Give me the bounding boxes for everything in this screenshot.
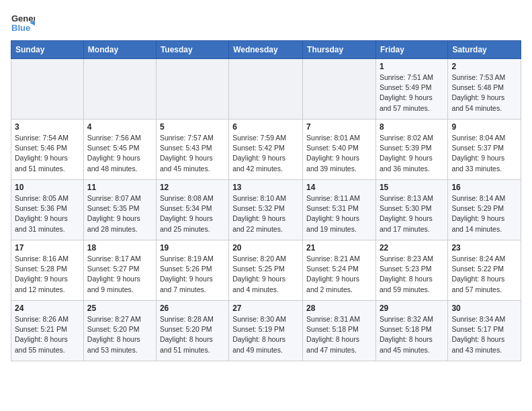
day-number: 24 — [15, 304, 80, 313]
day-cell: 17Sunrise: 8:16 AM Sunset: 5:28 PM Dayli… — [11, 240, 84, 301]
day-number: 13 — [232, 183, 299, 192]
day-cell: 9Sunrise: 8:04 AM Sunset: 5:37 PM Daylig… — [448, 120, 521, 180]
weekday-monday: Monday — [83, 41, 156, 59]
day-cell: 5Sunrise: 7:57 AM Sunset: 5:43 PM Daylig… — [156, 120, 228, 180]
day-cell: 7Sunrise: 8:01 AM Sunset: 5:40 PM Daylig… — [303, 120, 376, 180]
day-number: 17 — [15, 243, 80, 253]
day-info: Sunrise: 7:54 AM Sunset: 5:46 PM Dayligh… — [15, 133, 80, 174]
day-cell: 3Sunrise: 7:54 AM Sunset: 5:46 PM Daylig… — [11, 120, 84, 180]
day-cell: 6Sunrise: 7:59 AM Sunset: 5:42 PM Daylig… — [229, 120, 303, 180]
day-number: 5 — [160, 122, 225, 132]
calendar-table: SundayMondayTuesdayWednesdayThursdayFrid… — [11, 40, 521, 361]
day-info: Sunrise: 8:24 AM Sunset: 5:22 PM Dayligh… — [451, 254, 517, 295]
day-cell — [303, 59, 376, 120]
day-info: Sunrise: 7:51 AM Sunset: 5:49 PM Dayligh… — [380, 73, 444, 113]
day-cell: 30Sunrise: 8:34 AM Sunset: 5:17 PM Dayli… — [448, 301, 521, 361]
day-cell: 26Sunrise: 8:28 AM Sunset: 5:20 PM Dayli… — [156, 301, 228, 361]
day-cell: 10Sunrise: 8:05 AM Sunset: 5:36 PM Dayli… — [11, 180, 84, 240]
day-number: 28 — [306, 304, 372, 313]
day-number: 27 — [232, 304, 299, 313]
week-row-2: 10Sunrise: 8:05 AM Sunset: 5:36 PM Dayli… — [11, 180, 521, 240]
logo: General Blue — [11, 11, 35, 35]
day-cell: 18Sunrise: 8:17 AM Sunset: 5:27 PM Dayli… — [83, 240, 156, 301]
day-info: Sunrise: 8:23 AM Sunset: 5:23 PM Dayligh… — [380, 254, 444, 295]
day-number: 12 — [160, 183, 225, 192]
day-cell — [156, 59, 228, 120]
day-info: Sunrise: 8:19 AM Sunset: 5:26 PM Dayligh… — [160, 254, 225, 295]
day-cell: 27Sunrise: 8:30 AM Sunset: 5:19 PM Dayli… — [229, 301, 303, 361]
week-row-3: 17Sunrise: 8:16 AM Sunset: 5:28 PM Dayli… — [11, 240, 521, 301]
day-number: 3 — [15, 122, 80, 132]
weekday-saturday: Saturday — [448, 41, 521, 59]
day-number: 29 — [380, 304, 444, 313]
day-info: Sunrise: 8:17 AM Sunset: 5:27 PM Dayligh… — [87, 254, 152, 295]
day-number: 20 — [232, 243, 299, 253]
day-number: 11 — [87, 183, 152, 192]
day-cell: 29Sunrise: 8:32 AM Sunset: 5:18 PM Dayli… — [375, 301, 447, 361]
day-cell: 28Sunrise: 8:31 AM Sunset: 5:18 PM Dayli… — [303, 301, 376, 361]
day-number: 25 — [87, 304, 152, 313]
day-cell: 11Sunrise: 8:07 AM Sunset: 5:35 PM Dayli… — [83, 180, 156, 240]
day-cell: 19Sunrise: 8:19 AM Sunset: 5:26 PM Dayli… — [156, 240, 228, 301]
day-number: 10 — [15, 183, 80, 192]
day-cell: 1Sunrise: 7:51 AM Sunset: 5:49 PM Daylig… — [375, 59, 447, 120]
logo-svg: General Blue — [11, 11, 35, 35]
day-cell: 15Sunrise: 8:13 AM Sunset: 5:30 PM Dayli… — [375, 180, 447, 240]
day-number: 4 — [87, 122, 152, 132]
weekday-tuesday: Tuesday — [156, 41, 228, 59]
day-cell: 13Sunrise: 8:10 AM Sunset: 5:32 PM Dayli… — [229, 180, 303, 240]
day-info: Sunrise: 8:20 AM Sunset: 5:25 PM Dayligh… — [232, 254, 299, 295]
day-cell: 12Sunrise: 8:08 AM Sunset: 5:34 PM Dayli… — [156, 180, 228, 240]
weekday-wednesday: Wednesday — [229, 41, 303, 59]
day-info: Sunrise: 8:21 AM Sunset: 5:24 PM Dayligh… — [306, 254, 372, 295]
day-info: Sunrise: 8:08 AM Sunset: 5:34 PM Dayligh… — [160, 193, 225, 234]
day-cell: 24Sunrise: 8:26 AM Sunset: 5:21 PM Dayli… — [11, 301, 84, 361]
day-info: Sunrise: 8:14 AM Sunset: 5:29 PM Dayligh… — [451, 193, 517, 234]
day-cell: 16Sunrise: 8:14 AM Sunset: 5:29 PM Dayli… — [448, 180, 521, 240]
day-info: Sunrise: 8:28 AM Sunset: 5:20 PM Dayligh… — [160, 314, 225, 355]
day-info: Sunrise: 8:11 AM Sunset: 5:31 PM Dayligh… — [306, 193, 372, 234]
week-row-4: 24Sunrise: 8:26 AM Sunset: 5:21 PM Dayli… — [11, 301, 521, 361]
day-cell: 23Sunrise: 8:24 AM Sunset: 5:22 PM Dayli… — [448, 240, 521, 301]
day-cell — [11, 59, 84, 120]
day-info: Sunrise: 8:10 AM Sunset: 5:32 PM Dayligh… — [232, 193, 299, 234]
svg-text:Blue: Blue — [11, 23, 30, 33]
day-number: 2 — [451, 62, 517, 71]
day-info: Sunrise: 8:04 AM Sunset: 5:37 PM Dayligh… — [451, 133, 517, 174]
day-cell: 21Sunrise: 8:21 AM Sunset: 5:24 PM Dayli… — [303, 240, 376, 301]
day-number: 9 — [451, 122, 517, 132]
day-cell: 4Sunrise: 7:56 AM Sunset: 5:45 PM Daylig… — [83, 120, 156, 180]
day-info: Sunrise: 8:13 AM Sunset: 5:30 PM Dayligh… — [380, 193, 444, 234]
week-row-1: 3Sunrise: 7:54 AM Sunset: 5:46 PM Daylig… — [11, 120, 521, 180]
day-info: Sunrise: 7:56 AM Sunset: 5:45 PM Dayligh… — [87, 133, 152, 174]
day-info: Sunrise: 8:01 AM Sunset: 5:40 PM Dayligh… — [306, 133, 372, 174]
day-number: 8 — [380, 122, 444, 132]
weekday-friday: Friday — [375, 41, 447, 59]
day-number: 6 — [232, 122, 299, 132]
day-number: 18 — [87, 243, 152, 253]
day-info: Sunrise: 8:31 AM Sunset: 5:18 PM Dayligh… — [306, 314, 372, 355]
day-info: Sunrise: 8:30 AM Sunset: 5:19 PM Dayligh… — [232, 314, 299, 355]
day-info: Sunrise: 7:59 AM Sunset: 5:42 PM Dayligh… — [232, 133, 299, 174]
day-number: 23 — [451, 243, 517, 253]
calendar-body: 1Sunrise: 7:51 AM Sunset: 5:49 PM Daylig… — [11, 59, 521, 361]
day-info: Sunrise: 8:34 AM Sunset: 5:17 PM Dayligh… — [451, 314, 517, 355]
day-cell: 14Sunrise: 8:11 AM Sunset: 5:31 PM Dayli… — [303, 180, 376, 240]
weekday-row: SundayMondayTuesdayWednesdayThursdayFrid… — [11, 41, 521, 59]
week-row-0: 1Sunrise: 7:51 AM Sunset: 5:49 PM Daylig… — [11, 59, 521, 120]
calendar-header: SundayMondayTuesdayWednesdayThursdayFrid… — [11, 41, 521, 59]
weekday-thursday: Thursday — [303, 41, 376, 59]
day-cell: 8Sunrise: 8:02 AM Sunset: 5:39 PM Daylig… — [375, 120, 447, 180]
day-number: 30 — [451, 304, 517, 313]
day-info: Sunrise: 8:32 AM Sunset: 5:18 PM Dayligh… — [380, 314, 444, 355]
day-info: Sunrise: 7:53 AM Sunset: 5:48 PM Dayligh… — [451, 73, 517, 113]
day-cell — [229, 59, 303, 120]
page-header: General Blue — [11, 11, 521, 35]
day-number: 16 — [451, 183, 517, 192]
day-number: 1 — [380, 62, 444, 71]
day-cell — [83, 59, 156, 120]
day-number: 26 — [160, 304, 225, 313]
day-info: Sunrise: 8:26 AM Sunset: 5:21 PM Dayligh… — [15, 314, 80, 355]
day-number: 22 — [380, 243, 444, 253]
day-number: 19 — [160, 243, 225, 253]
